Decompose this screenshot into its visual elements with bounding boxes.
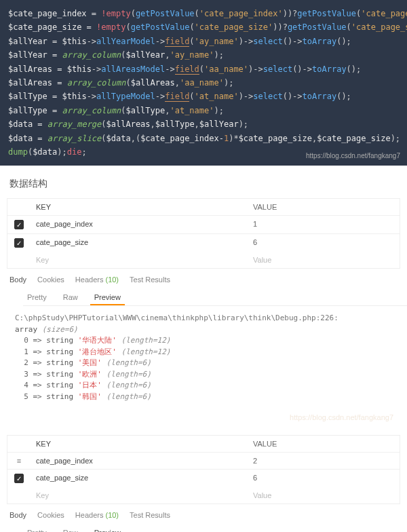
table-row-empty[interactable]: Key Value bbox=[7, 487, 400, 504]
code-line: $allYear = $this->allYearModel->field('a… bbox=[8, 35, 399, 48]
subtab-raw[interactable]: Raw bbox=[59, 290, 82, 305]
subtab-pretty[interactable]: Pretty bbox=[23, 290, 51, 305]
preview-output-1: C:\phpStudy\PHPTutorial\WWW\cinema\think… bbox=[15, 313, 407, 402]
code-line: $data = array_slice($data,($cate_page_in… bbox=[8, 132, 399, 145]
tab-test-results[interactable]: Test Results bbox=[130, 276, 170, 286]
cell-key[interactable]: cate_page_size bbox=[31, 470, 248, 487]
code-line: $allAreas = $this->allAreasModel->field(… bbox=[8, 62, 399, 76]
col-key: KEY bbox=[31, 199, 248, 215]
col-value: VALUE bbox=[248, 199, 400, 215]
cell-key[interactable]: cate_page_index bbox=[31, 216, 248, 233]
cell-value[interactable]: 2 bbox=[248, 453, 400, 469]
subtab-raw[interactable]: Raw bbox=[59, 526, 82, 532]
tab-test-results[interactable]: Test Results bbox=[130, 511, 170, 522]
code-watermark: https://blog.csdn.net/fangkang7 bbox=[306, 150, 400, 162]
params-table-2: KEY VALUE ≡cate_page_index2✓cate_page_si… bbox=[7, 435, 400, 504]
code-line: $allAreas = array_column($allAreas,'aa_n… bbox=[8, 76, 399, 90]
code-line: $cate_page_index = !empty(getPostValue('… bbox=[8, 7, 399, 20]
tab-headers[interactable]: Headers (10) bbox=[75, 276, 119, 286]
table-row[interactable]: ≡cate_page_index2 bbox=[7, 453, 400, 470]
table-header-row: KEY VALUE bbox=[7, 199, 400, 216]
cell-key[interactable]: cate_page_index bbox=[31, 453, 248, 469]
code-line: $allYear = array_column($allYear,'ay_nam… bbox=[8, 48, 399, 62]
subtab-pretty[interactable]: Pretty bbox=[23, 526, 51, 532]
tab-cookies[interactable]: Cookies bbox=[37, 511, 64, 522]
subtab-preview[interactable]: Preview bbox=[90, 290, 125, 305]
table-row[interactable]: ✓cate_page_size6 bbox=[7, 470, 400, 487]
table-header-row: KEY VALUE bbox=[7, 436, 400, 453]
table-row[interactable]: ✓cate_page_size6 bbox=[7, 234, 400, 252]
checkbox[interactable]: ✓ bbox=[14, 220, 24, 229]
section-title: 数据结构 bbox=[9, 178, 407, 190]
body-watermark: https://blog.csdn.net/fangkang7 bbox=[0, 408, 407, 435]
cell-value[interactable]: 6 bbox=[248, 470, 400, 487]
table-row[interactable]: ✓cate_page_index1 bbox=[7, 216, 400, 234]
body-subtabs-2: Pretty Raw Preview bbox=[23, 526, 407, 532]
code-block: $cate_page_index = !empty(getPostValue('… bbox=[0, 0, 407, 166]
subtab-preview[interactable]: Preview bbox=[90, 526, 125, 532]
body-subtabs: Pretty Raw Preview bbox=[23, 290, 407, 306]
hamburger-icon[interactable]: ≡ bbox=[7, 453, 31, 469]
tab-body[interactable]: Body bbox=[9, 511, 26, 522]
checkbox[interactable]: ✓ bbox=[14, 238, 24, 248]
cell-value[interactable]: 6 bbox=[248, 234, 400, 252]
response-tabs-2: Body Cookies Headers (10) Test Results bbox=[9, 511, 398, 522]
tab-cookies[interactable]: Cookies bbox=[37, 276, 64, 286]
tab-body[interactable]: Body bbox=[9, 276, 26, 286]
response-tabs: Body Cookies Headers (10) Test Results bbox=[9, 276, 398, 286]
code-line: $allType = $this->allTypeModel->field('a… bbox=[8, 90, 399, 103]
tab-headers[interactable]: Headers (10) bbox=[75, 511, 119, 522]
code-line: $allType = array_column($allType,'at_nam… bbox=[8, 104, 399, 117]
checkbox[interactable]: ✓ bbox=[14, 474, 24, 483]
cell-key[interactable]: cate_page_size bbox=[31, 234, 248, 252]
cell-value[interactable]: 1 bbox=[248, 216, 400, 233]
code-line: $data = array_merge($allAreas,$allType,$… bbox=[8, 117, 399, 131]
col-key: KEY bbox=[31, 436, 248, 452]
params-table-1: KEY VALUE ✓cate_page_index1✓cate_page_si… bbox=[7, 198, 400, 269]
code-line: $cate_page_size = !empty(getPostValue('c… bbox=[8, 20, 399, 34]
table-row-empty[interactable]: Key Value bbox=[7, 252, 400, 268]
col-value: VALUE bbox=[248, 436, 400, 452]
